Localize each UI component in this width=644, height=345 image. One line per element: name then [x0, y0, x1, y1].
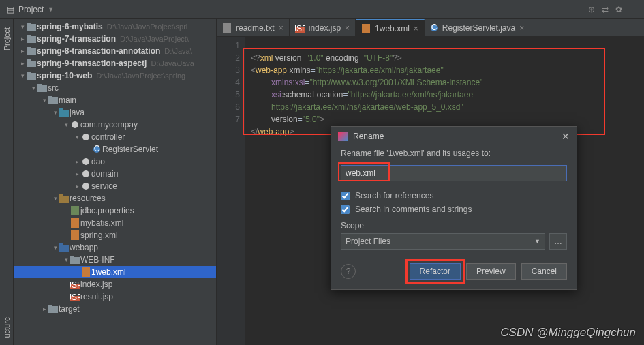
gear-icon[interactable]: ✿ — [615, 5, 622, 14]
chevron-icon[interactable]: ▸ — [19, 35, 26, 42]
cancel-button[interactable]: Cancel — [521, 263, 567, 280]
chevron-icon[interactable]: ▾ — [52, 195, 59, 202]
svg-point-22 — [82, 183, 89, 190]
scope-browse-button[interactable]: … — [549, 233, 567, 250]
editor-tab[interactable]: 1web.xml× — [356, 19, 425, 36]
expand-icon[interactable]: ⇄ — [602, 5, 609, 14]
tree-node[interactable]: ▸spring-8-transaction-annotationD:\Java\ — [14, 45, 216, 57]
svg-rect-31 — [70, 256, 74, 258]
tree-node[interactable]: ▾main — [14, 94, 216, 106]
tree-node[interactable]: ▾spring-6-mybatisD:\Java\JavaProject\spr… — [14, 20, 216, 33]
tree-node[interactable]: ▸spring-7-transactionD:\Java\JavaProject… — [14, 33, 216, 45]
close-icon[interactable]: × — [279, 23, 283, 33]
tree-node[interactable]: 1web.xml — [14, 266, 216, 278]
folder-icon — [48, 96, 59, 104]
rename-input[interactable] — [341, 165, 567, 181]
search-comments-checkbox[interactable]: Search in comments and strings — [341, 205, 567, 214]
svg-rect-28 — [59, 245, 69, 252]
preview-button[interactable]: Preview — [466, 263, 516, 280]
editor-tab[interactable]: CRegisterServlet.java× — [425, 19, 530, 36]
prop-icon — [70, 206, 80, 215]
node-label: spring-10-web — [37, 71, 92, 80]
chevron-icon[interactable]: ▾ — [63, 121, 70, 128]
svg-rect-25 — [71, 206, 79, 215]
scope-dropdown[interactable]: Project Files ▼ — [341, 233, 545, 250]
chevron-icon[interactable]: ▸ — [19, 48, 26, 55]
chevron-icon[interactable]: ▾ — [63, 256, 70, 263]
chevron-icon[interactable]: ▸ — [74, 170, 80, 177]
project-label: Project — [18, 5, 44, 14]
line-gutter: 1234567 — [217, 37, 245, 345]
chevron-icon[interactable]: ▸ — [74, 183, 80, 190]
search-references-checkbox[interactable]: Search for references — [341, 191, 567, 200]
close-icon[interactable]: × — [414, 24, 418, 33]
svg-rect-27 — [71, 230, 79, 240]
close-icon[interactable]: × — [519, 23, 524, 33]
tree-node[interactable]: JSPindex.jsp — [14, 278, 216, 290]
checkbox-input[interactable] — [341, 192, 350, 200]
scope-label: Scope — [341, 221, 567, 230]
tree-node[interactable]: ▾java — [14, 106, 216, 119]
project-tree[interactable]: ▾spring-6-mybatisD:\Java\JavaProject\spr… — [14, 19, 217, 345]
refactor-button[interactable]: Refactor — [410, 263, 461, 280]
tree-node[interactable]: ▾com.mycompay — [14, 119, 216, 131]
tree-node[interactable]: ▸dao — [14, 155, 216, 168]
xml-icon — [80, 267, 91, 277]
xml-icon — [361, 24, 371, 33]
node-path: D:\Java\JavaProject\spri — [107, 22, 188, 31]
tree-node[interactable]: ▸spring-9-transaction-aspectjD:\Java\Jav… — [14, 57, 216, 70]
locate-icon[interactable]: ⊕ — [588, 5, 595, 14]
node-path: D:\Java\Java — [151, 59, 194, 68]
svg-text:JSP: JSP — [70, 292, 80, 301]
chevron-icon[interactable]: ▾ — [52, 244, 59, 251]
tree-node[interactable]: ▸service — [14, 180, 216, 192]
structure-tool-tab[interactable]: ucture — [1, 314, 12, 341]
tree-node[interactable]: ▾WEB-INF — [14, 254, 216, 266]
chevron-icon[interactable]: ▾ — [19, 23, 26, 30]
tree-node[interactable]: ▾resources — [14, 192, 216, 205]
tree-node[interactable]: ▾spring-10-webD:\Java\JavaProject\spring — [14, 70, 216, 82]
line-number: 5 — [217, 89, 240, 101]
jsp-icon: JSP — [70, 292, 80, 301]
scope-value: Project Files — [346, 237, 390, 246]
folder-icon — [26, 59, 37, 68]
jsp-icon: JSP — [295, 23, 305, 33]
tree-node[interactable]: ▾src — [14, 82, 216, 94]
tree-node[interactable]: spring.xml — [14, 229, 216, 241]
chevron-icon[interactable]: ▾ — [30, 85, 37, 91]
folder-icon — [70, 256, 80, 264]
tree-node[interactable]: jdbc.properties — [14, 205, 216, 217]
tree-node[interactable]: mybatis.xml — [14, 217, 216, 229]
tree-node[interactable]: CRegisterServlet — [14, 143, 216, 155]
project-tool-tab[interactable]: Project — [1, 22, 12, 56]
chevron-icon[interactable]: ▾ — [41, 97, 48, 104]
chevron-icon[interactable]: ▾ — [74, 134, 80, 140]
pkg-icon — [80, 133, 91, 141]
tree-node[interactable]: ▸target — [14, 303, 216, 315]
dialog-description: Rename file '1web.xml' and its usages to… — [341, 149, 567, 158]
svg-rect-30 — [70, 257, 80, 264]
project-view-selector[interactable]: ▤ Project ▼ — [3, 5, 58, 14]
chevron-icon[interactable]: ▾ — [52, 109, 59, 116]
node-label: spring-9-transaction-aspectj — [37, 59, 147, 68]
tab-label: index.jsp — [309, 23, 341, 33]
chevron-icon[interactable]: ▸ — [41, 305, 48, 312]
node-label: RegisterServlet — [102, 145, 158, 154]
close-icon[interactable]: ✕ — [562, 131, 570, 142]
pkg-icon — [70, 121, 80, 129]
help-button[interactable]: ? — [341, 264, 356, 279]
hide-icon[interactable]: — — [629, 5, 637, 14]
node-path: D:\Java\ — [164, 47, 191, 55]
tree-node[interactable]: ▾webapp — [14, 241, 216, 254]
chevron-icon[interactable]: ▾ — [19, 72, 26, 79]
toolbar-actions: ⊕ ⇄ ✿ — — [584, 5, 641, 14]
editor-tab[interactable]: JSPindex.jsp× — [290, 19, 356, 36]
tree-node[interactable]: ▸domain — [14, 168, 216, 180]
chevron-icon[interactable]: ▸ — [74, 158, 80, 165]
close-icon[interactable]: × — [345, 23, 350, 33]
chevron-icon[interactable]: ▸ — [19, 60, 26, 67]
tree-node[interactable]: ▾controller — [14, 131, 216, 143]
tree-node[interactable]: JSPresult.jsp — [14, 290, 216, 303]
editor-tab[interactable]: readme.txt× — [217, 19, 290, 36]
checkbox-input[interactable] — [341, 205, 350, 214]
